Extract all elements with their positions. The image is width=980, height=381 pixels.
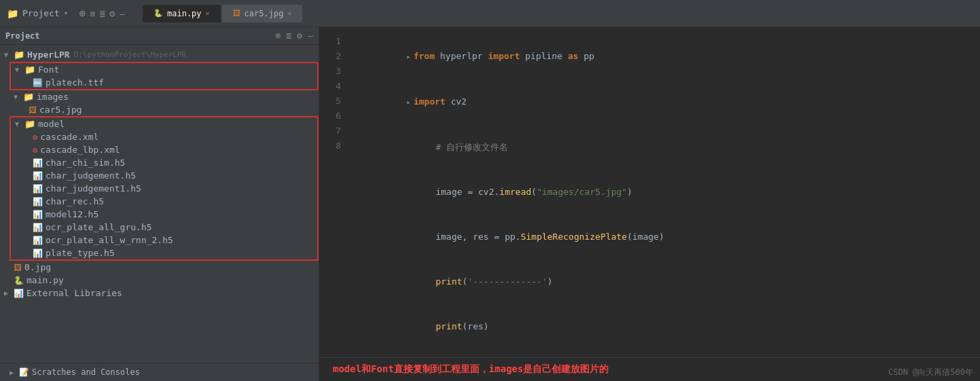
ocr-rnn-label: ocr_plate_all_w_rnn_2.h5 bbox=[46, 235, 173, 245]
tree-root-hyperlpr[interactable]: ▼ 📁 HyperLPR D:\pythonProject\HyperLPR bbox=[0, 48, 319, 62]
main-py-label: main.py bbox=[26, 275, 64, 285]
main-area: Project ⊕ ≣ ⚙ — ▼ 📁 HyperLPR D:\pythonPr… bbox=[0, 27, 980, 381]
platech-label: platech.ttf bbox=[46, 77, 104, 88]
tree-item-main-py[interactable]: 🐍 main.py bbox=[10, 274, 319, 287]
watermark: CSDN @向天再借500年 bbox=[888, 367, 973, 378]
char-rec-label: char_rec.h5 bbox=[46, 196, 104, 206]
watermark-text: CSDN @向天再借500年 bbox=[888, 367, 973, 377]
sidebar-add-icon[interactable]: ⊕ bbox=[276, 31, 281, 41]
line-num-8: 8 bbox=[319, 139, 341, 153]
annotation-bar: model和Font直接复制到工程里面，images是自己创建放图片的 bbox=[319, 357, 980, 381]
char-judgement1-icon: 📊 bbox=[33, 184, 43, 194]
tab-car5-jpg-close[interactable]: ✕ bbox=[287, 10, 291, 17]
project-label[interactable]: Project bbox=[22, 8, 60, 18]
font-label: Font bbox=[38, 65, 59, 75]
char-chi-label: char_chi_sim.h5 bbox=[46, 158, 125, 168]
tree-item-cascade-xml[interactable]: ⚙ cascade.xml bbox=[11, 130, 317, 143]
root-label: HyperLPR bbox=[27, 50, 70, 60]
car5-label: car5.jpg bbox=[39, 105, 82, 115]
ocr-rnn-icon: 📊 bbox=[33, 236, 43, 245]
tree-item-platech-ttf[interactable]: 🔤 platech.ttf bbox=[11, 76, 317, 89]
sidebar-title: Project bbox=[5, 31, 40, 41]
char-judgement-label: char_judgement.h5 bbox=[46, 170, 136, 181]
sidebar-settings-icon[interactable]: ⚙ bbox=[297, 31, 302, 41]
cascade-label: cascade.xml bbox=[40, 132, 98, 142]
main-py-icon: 🐍 bbox=[14, 276, 24, 285]
code-content: 1 2 3 4 5 6 7 8 ▸from hyperlpr import pi… bbox=[319, 27, 980, 357]
cascade-icon: ⚙ bbox=[33, 132, 37, 142]
minimize-icon[interactable]: — bbox=[119, 8, 124, 19]
tree-item-images-folder[interactable]: ▼ 📁 images bbox=[10, 90, 319, 103]
images-arrow: ▼ bbox=[14, 93, 23, 101]
sidebar-header: Project ⊕ ≣ ⚙ — bbox=[0, 27, 319, 45]
code-line-8 bbox=[353, 349, 980, 357]
tree-item-plate-type-h5[interactable]: 📊 plate_type.h5 bbox=[11, 247, 317, 259]
tree-item-model12-h5[interactable]: 📊 model12.h5 bbox=[11, 208, 317, 221]
model12-label: model12.h5 bbox=[46, 209, 98, 219]
code-lines[interactable]: ▸from hyperlpr import pipline as pp ▸imp… bbox=[346, 27, 980, 357]
tree-item-0-jpg[interactable]: 🖼 0.jpg bbox=[10, 261, 319, 274]
sidebar-collapse-all-icon[interactable]: ≣ bbox=[287, 31, 292, 41]
tree-item-font-folder[interactable]: ▼ 📁 Font bbox=[11, 63, 317, 76]
scratches-icon: 📝 bbox=[19, 367, 29, 377]
root-arrow: ▼ bbox=[4, 51, 14, 58]
code-line-2: ▸import cv2 bbox=[353, 79, 980, 125]
line-num-7: 7 bbox=[319, 124, 341, 139]
scratches-section: ▶ 📝 Scratches and Consoles bbox=[0, 363, 319, 381]
project-dropdown-arrow[interactable]: ▾ bbox=[64, 9, 69, 18]
tab-main-py-label: main.py bbox=[167, 9, 202, 18]
jpg-icon: 🖼 bbox=[233, 9, 240, 18]
plate-type-label: plate_type.h5 bbox=[46, 248, 115, 258]
tree-item-external-libs[interactable]: ▶ 📊 External Libraries bbox=[0, 287, 319, 300]
editor-area: 1 2 3 4 5 6 7 8 ▸from hyperlpr import pi… bbox=[319, 27, 980, 381]
tree-item-car5-jpg[interactable]: 🖼 car5.jpg bbox=[19, 103, 319, 116]
font-folder-icon: 📁 bbox=[24, 65, 35, 75]
annotation-text: model和Font直接复制到工程里面，images是自己创建放图片的 bbox=[333, 363, 609, 376]
tab-main-py-close[interactable]: ✕ bbox=[206, 10, 210, 17]
code-line-5: ▸ image, res = pp.SimpleRecognizePlate(i… bbox=[353, 215, 980, 259]
ext-libs-label: External Libraries bbox=[26, 288, 122, 298]
gear-icon[interactable]: ⚙ bbox=[109, 8, 115, 19]
model-arrow: ▼ bbox=[15, 120, 24, 128]
scratches-expand-arrow: ▶ bbox=[10, 369, 19, 376]
ext-libs-expand-arrow: ▶ bbox=[4, 289, 14, 297]
tree-item-char-rec-h5[interactable]: 📊 char_rec.h5 bbox=[11, 195, 317, 208]
tree-item-char-judgement1-h5[interactable]: 📊 char_judgement1.h5 bbox=[11, 182, 317, 195]
line-num-3: 3 bbox=[319, 64, 341, 79]
layout-icon[interactable]: ≡ bbox=[90, 8, 95, 19]
add-icon[interactable]: ⊕ bbox=[79, 7, 86, 20]
tree-item-model-folder[interactable]: ▼ 📁 model bbox=[11, 117, 317, 130]
title-bar: 📁 Project ▾ ⊕ ≡ ≣ ⚙ — 🐍 main.py ✕ 🖼 car5… bbox=[0, 0, 980, 27]
collapse-icon[interactable]: ≣ bbox=[100, 8, 105, 19]
root-folder-icon: 📁 bbox=[14, 50, 24, 60]
char-rec-icon: 📊 bbox=[33, 197, 43, 206]
tree-item-char-chi-sim-h5[interactable]: 📊 char_chi_sim.h5 bbox=[11, 156, 317, 169]
line-numbers: 1 2 3 4 5 6 7 8 bbox=[319, 27, 346, 357]
tree-item-ocr-plate-rnn[interactable]: 📊 ocr_plate_all_w_rnn_2.h5 bbox=[11, 234, 317, 247]
char-judgement-icon: 📊 bbox=[33, 171, 43, 181]
project-folder-icon: 📁 bbox=[7, 8, 18, 19]
sidebar-minimize-icon[interactable]: — bbox=[308, 31, 313, 41]
code-line-4: ▸ image = cv2.imread("images/car5.jpg") bbox=[353, 170, 980, 215]
tree-item-char-judgement-h5[interactable]: 📊 char_judgement.h5 bbox=[11, 169, 317, 182]
ext-libs-icon: 📊 bbox=[14, 289, 24, 298]
tab-car5-jpg[interactable]: 🖼 car5.jpg ✕ bbox=[222, 5, 303, 22]
ocr-gru-label: ocr_plate_all_gru.h5 bbox=[46, 222, 152, 232]
file-tree: ▼ 📁 HyperLPR D:\pythonProject\HyperLPR ▼… bbox=[0, 45, 319, 363]
scratches-label: Scratches and Consoles bbox=[32, 367, 140, 377]
font-arrow: ▼ bbox=[15, 66, 24, 73]
code-line-3: ▸ # 自行修改文件名 bbox=[353, 125, 980, 170]
images-label: images bbox=[37, 92, 69, 102]
images-folder-icon: 📁 bbox=[23, 92, 34, 102]
tree-item-ocr-plate-gru[interactable]: 📊 ocr_plate_all_gru.h5 bbox=[11, 221, 317, 234]
tab-main-py[interactable]: 🐍 main.py ✕ bbox=[143, 5, 221, 22]
char-judgement1-label: char_judgement1.h5 bbox=[46, 183, 141, 194]
line-num-5: 5 bbox=[319, 94, 341, 109]
tree-item-scratches[interactable]: ▶ 📝 Scratches and Consoles bbox=[5, 366, 313, 378]
editor-tabs: 🐍 main.py ✕ 🖼 car5.jpg ✕ bbox=[136, 5, 980, 22]
code-line-6: ▸ print('-------------') bbox=[353, 259, 980, 304]
line-num-6: 6 bbox=[319, 109, 341, 124]
tree-item-cascade-lbp-xml[interactable]: ⚙ cascade_lbp.xml bbox=[11, 143, 317, 156]
plate-type-icon: 📊 bbox=[33, 249, 43, 258]
cascade-lbp-icon: ⚙ bbox=[33, 145, 37, 155]
